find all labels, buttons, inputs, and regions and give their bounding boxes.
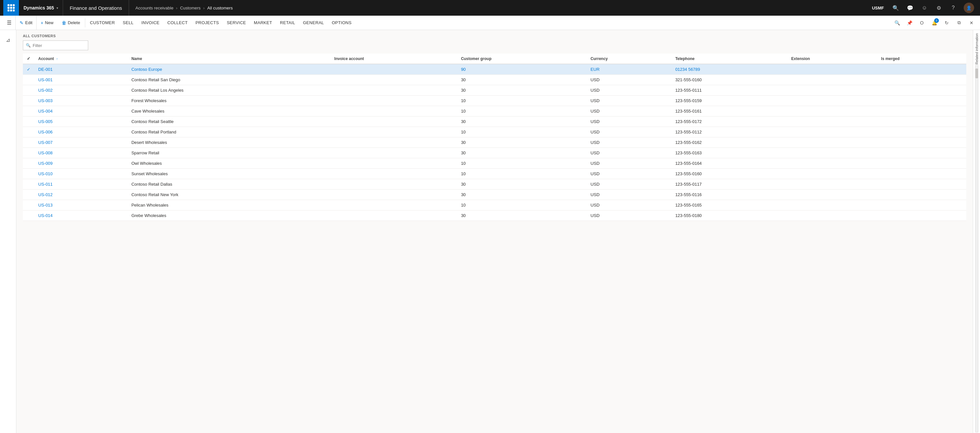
waffle-button[interactable] <box>3 0 19 16</box>
new-button[interactable]: + New <box>37 16 57 30</box>
account-link[interactable]: US-009 <box>38 161 52 166</box>
search-filter-button[interactable]: 🔍 <box>891 17 903 29</box>
menu-retail[interactable]: RETAIL <box>276 16 299 30</box>
table-row[interactable]: US-009Owl Wholesales10USD123-555-0164 <box>23 158 966 169</box>
col-telephone[interactable]: Telephone <box>671 54 787 64</box>
account-link[interactable]: US-012 <box>38 192 52 197</box>
table-row[interactable]: US-006Contoso Retail Portland10USD123-55… <box>23 127 966 137</box>
cell-account[interactable]: US-014 <box>34 211 127 221</box>
cell-account[interactable]: US-002 <box>34 85 127 95</box>
related-info-label[interactable]: Related information <box>975 33 979 64</box>
account-link[interactable]: US-004 <box>38 109 52 114</box>
row-check[interactable] <box>23 106 34 116</box>
breadcrumb-accounts-receivable[interactable]: Accounts receivable <box>135 6 173 10</box>
row-check[interactable] <box>23 127 34 137</box>
table-row[interactable]: US-010Sunset Wholesales10USD123-555-0160 <box>23 169 966 179</box>
menu-service[interactable]: SERVICE <box>223 16 250 30</box>
table-row[interactable]: US-002Contoso Retail Los Angeles30USD123… <box>23 85 966 95</box>
left-nav-filter-button[interactable]: ⊿ <box>2 33 15 46</box>
search-button[interactable]: 🔍 <box>889 0 902 16</box>
menu-options[interactable]: OPTIONS <box>328 16 356 30</box>
cell-account[interactable]: US-003 <box>34 95 127 106</box>
table-row[interactable]: US-007Desert Wholesales30USD123-555-0162 <box>23 137 966 148</box>
account-link[interactable]: US-008 <box>38 151 52 155</box>
account-link[interactable]: US-005 <box>38 119 52 124</box>
account-link[interactable]: US-013 <box>38 203 52 208</box>
table-row[interactable]: US-004Cave Wholesales10USD123-555-0161 <box>23 106 966 116</box>
cell-account[interactable]: US-006 <box>34 127 127 137</box>
col-name[interactable]: Name <box>127 54 330 64</box>
row-check[interactable] <box>23 169 34 179</box>
row-check[interactable] <box>23 158 34 169</box>
row-check[interactable]: ✓ <box>23 64 34 75</box>
account-link[interactable]: US-010 <box>38 171 52 176</box>
table-row[interactable]: US-014Grebe Wholesales30USD123-555-0180 <box>23 211 966 221</box>
table-row[interactable]: US-013Pelican Wholesales10USD123-555-016… <box>23 200 966 211</box>
cell-account[interactable]: US-010 <box>34 169 127 179</box>
row-check[interactable] <box>23 148 34 158</box>
table-row[interactable]: US-011Contoso Retail Dallas30USD123-555-… <box>23 179 966 190</box>
row-check[interactable] <box>23 211 34 221</box>
table-row[interactable]: US-001Contoso Retail San Diego30USD321-5… <box>23 75 966 85</box>
notification-button[interactable]: 🔔 0 <box>928 17 940 29</box>
col-extension[interactable]: Extension <box>787 54 877 64</box>
row-check[interactable] <box>23 116 34 127</box>
settings-button[interactable]: ⚙ <box>932 0 945 16</box>
edit-button[interactable]: ✎ Edit <box>16 16 37 30</box>
account-link[interactable]: US-014 <box>38 213 52 218</box>
menu-general[interactable]: GENERAL <box>299 16 328 30</box>
menu-collect[interactable]: COLLECT <box>163 16 191 30</box>
message-button[interactable]: 💬 <box>904 0 916 16</box>
table-row[interactable]: US-012Contoso Retail New York30USD123-55… <box>23 190 966 200</box>
delete-button[interactable]: 🗑 Delete <box>58 16 84 30</box>
row-check[interactable] <box>23 190 34 200</box>
menu-sell[interactable]: SELL <box>119 16 137 30</box>
menu-market[interactable]: MARKET <box>250 16 276 30</box>
col-invoice-account[interactable]: Invoice account <box>330 54 457 64</box>
row-check[interactable] <box>23 137 34 148</box>
menu-projects[interactable]: PROJECTS <box>191 16 223 30</box>
table-row[interactable]: US-008Sparrow Retail30USD123-555-0163 <box>23 148 966 158</box>
row-check[interactable] <box>23 179 34 190</box>
account-link[interactable]: US-001 <box>38 77 52 82</box>
row-check[interactable] <box>23 95 34 106</box>
row-check[interactable] <box>23 75 34 85</box>
cell-account[interactable]: US-011 <box>34 179 127 190</box>
account-link[interactable]: DE-001 <box>38 67 52 72</box>
account-link[interactable]: US-003 <box>38 98 52 103</box>
avatar[interactable]: 👤 <box>964 3 974 13</box>
col-customer-group[interactable]: Customer group <box>457 54 587 64</box>
row-check[interactable] <box>23 85 34 95</box>
account-link[interactable]: US-011 <box>38 182 52 187</box>
refresh-button[interactable]: ↻ <box>941 17 953 29</box>
breadcrumb-customers[interactable]: Customers <box>180 6 200 10</box>
table-row[interactable]: US-005Contoso Retail Seattle30USD123-555… <box>23 116 966 127</box>
menu-customer[interactable]: CUSTOMER <box>86 16 119 30</box>
account-link[interactable]: US-006 <box>38 130 52 135</box>
menu-toggle-button[interactable]: ☰ <box>3 16 16 30</box>
col-account[interactable]: Account ↑ <box>34 54 127 64</box>
person-button[interactable]: ☺ <box>918 0 931 16</box>
cell-account[interactable]: US-001 <box>34 75 127 85</box>
cell-account[interactable]: US-008 <box>34 148 127 158</box>
pin-button[interactable]: 📌 <box>904 17 915 29</box>
table-row[interactable]: ✓DE-001Contoso Europe90EUR01234 56789 <box>23 64 966 75</box>
cell-account[interactable]: US-007 <box>34 137 127 148</box>
account-link[interactable]: US-002 <box>38 88 52 93</box>
help-button[interactable]: ? <box>947 0 960 16</box>
restore-button[interactable]: ⧉ <box>953 17 965 29</box>
col-is-merged[interactable]: Is merged <box>877 54 966 64</box>
menu-invoice[interactable]: INVOICE <box>137 16 164 30</box>
cell-account[interactable]: US-004 <box>34 106 127 116</box>
company-selector[interactable]: USMF <box>868 6 888 10</box>
table-row[interactable]: US-003Forest Wholesales10USD123-555-0159 <box>23 95 966 106</box>
right-scrollbar[interactable] <box>975 65 978 432</box>
office-button[interactable]: O <box>916 17 928 29</box>
cell-account[interactable]: US-009 <box>34 158 127 169</box>
brand-section[interactable]: Dynamics 365 ▾ <box>19 0 63 16</box>
cell-account[interactable]: US-012 <box>34 190 127 200</box>
close-button[interactable]: ✕ <box>966 17 977 29</box>
cell-account[interactable]: US-005 <box>34 116 127 127</box>
filter-input[interactable] <box>33 43 88 48</box>
account-link[interactable]: US-007 <box>38 140 52 145</box>
